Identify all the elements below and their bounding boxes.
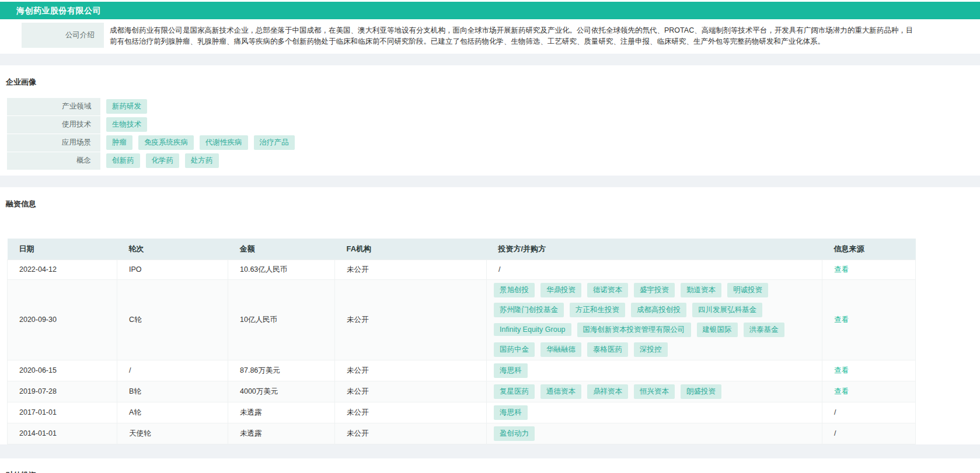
investor-tag[interactable]: 明诚投资 [727,283,768,297]
portrait-tag[interactable]: 化学药 [146,153,180,168]
round-cell: / [117,360,228,381]
investor-tag[interactable]: 苏州隆门创投基金 [494,303,564,317]
portrait-tag[interactable]: 免疫系统疾病 [138,135,194,150]
source-cell: 查看 [822,279,916,360]
column-header: 轮次 [117,239,228,260]
portrait-tag[interactable]: 肿瘤 [106,135,132,150]
date-cell: 2020-06-15 [8,360,117,381]
investor-tag[interactable]: 景旭创投 [494,283,535,297]
financing-row: 2020-06-15/87.86万美元未公开海思科查看 [8,360,916,381]
company-intro-section: 公司介绍 成都海创药业有限公司是国家高新技术企业，总部坐落于中国成都，在美国、澳… [0,23,980,48]
view-link[interactable]: 查看 [834,265,849,274]
portrait-tag[interactable]: 处方药 [185,153,219,168]
portrait-row: 产业领域新药研发 [7,98,980,115]
investors-cell: 海思科 [487,360,822,381]
date-cell: 2017-01-01 [8,402,117,423]
investors-cell: 海思科 [487,402,822,423]
portrait-tag[interactable]: 治疗产品 [254,135,295,150]
section-divider [0,444,980,458]
view-link[interactable]: 查看 [834,366,849,374]
investors-cell: 盈创动力 [487,423,822,444]
amount-cell: 10亿人民币 [228,279,335,360]
investors-cell: / [487,260,822,279]
source-cell: 查看 [822,260,916,279]
investor-tag[interactable]: 恒兴资本 [634,384,675,399]
portrait-tag[interactable]: 代谢性疾病 [200,135,248,150]
view-link[interactable]: 查看 [834,316,849,324]
financing-table-wrap: 日期轮次金额FA机构投资方/并购方信息来源 2022-04-12IPO10.63… [7,239,980,444]
investors-cell: 景旭创投华鼎投资德诺资本盛宇投资勤道资本明诚投资苏州隆门创投基金方正和生投资成都… [487,279,822,360]
fa-cell: 未公开 [335,260,487,279]
investor-tag[interactable]: 勤道资本 [681,283,721,297]
source-cell: / [822,423,916,444]
portrait-tag[interactable]: 创新药 [106,153,140,168]
portrait-row-label: 产业领域 [7,98,100,115]
investor-tag[interactable]: 盈创动力 [494,426,535,441]
portrait-row: 概念创新药化学药处方药 [7,152,980,170]
date-cell: 2014-01-01 [8,423,117,444]
investor-tag[interactable]: 德诺资本 [587,283,628,297]
investor-tag-list: 复星医药通德资本鼎祥资本恒兴资本朗盛投资 [494,384,815,399]
investor-tag[interactable]: 洪泰基金 [744,323,784,337]
investor-tag[interactable]: 方正和生投资 [570,303,625,317]
financing-row: 2014-01-01天使轮未透露未公开盈创动力/ [8,423,916,444]
investor-tag[interactable]: 国海创新资本投资管理有限公司 [577,323,691,337]
column-header: 日期 [8,239,117,260]
source-cell: 查看 [822,360,916,381]
portrait-row: 使用技术生物技术 [7,116,980,134]
investor-tag[interactable]: 国药中金 [494,342,535,357]
company-intro-label: 公司介绍 [22,23,104,48]
investor-tag[interactable]: 华融融德 [540,342,581,357]
investor-tag[interactable]: 成都高投创投 [631,303,686,317]
company-intro-row: 公司介绍 成都海创药业有限公司是国家高新技术企业，总部坐落于中国成都，在美国、澳… [22,23,980,48]
investor-tag[interactable]: 通德资本 [540,384,581,399]
company-name: 海创药业股份有限公司 [16,6,101,15]
portrait-tag-list: 创新药化学药处方药 [106,152,219,170]
investor-tag[interactable]: 盛宇投资 [634,283,675,297]
investor-tag[interactable]: 四川发展弘科基金 [692,303,762,317]
fa-cell: 未公开 [335,279,487,360]
investor-tag[interactable]: 深投控 [634,342,668,357]
portrait-row-label: 应用场景 [7,134,100,152]
portrait-row-label: 使用技术 [7,116,100,134]
investor-tag[interactable]: 建银国际 [697,323,738,337]
column-header: FA机构 [335,239,487,260]
financing-row: 2020-09-30C轮10亿人民币未公开景旭创投华鼎投资德诺资本盛宇投资勤道资… [8,279,916,360]
column-header: 投资方/并购方 [487,239,822,260]
source-cell: / [822,402,916,423]
financing-row: 2019-07-28B轮4000万美元未公开复星医药通德资本鼎祥资本恒兴资本朗盛… [8,381,916,402]
column-header: 金额 [228,239,335,260]
amount-cell: 10.63亿人民币 [228,260,335,279]
investor-tag[interactable]: 海思科 [494,405,528,420]
fa-cell: 未公开 [335,402,487,423]
investor-tag-list: 海思科 [494,405,815,420]
investor-tag[interactable]: 泰格医药 [587,342,628,357]
investor-tag[interactable]: 海思科 [494,363,528,378]
portrait-rows: 产业领域新药研发使用技术生物技术应用场景肿瘤免疫系统疾病代谢性疾病治疗产品概念创… [7,98,980,170]
investor-tag-list: 景旭创投华鼎投资德诺资本盛宇投资勤道资本明诚投资苏州隆门创投基金方正和生投资成都… [494,283,815,357]
source-cell: 查看 [822,381,916,402]
portrait-row-label: 概念 [7,152,100,170]
amount-cell: 未透露 [228,423,335,444]
financing-title: 融资信息 [6,199,980,209]
financing-table: 日期轮次金额FA机构投资方/并购方信息来源 2022-04-12IPO10.63… [7,239,916,444]
financing-row: 2022-04-12IPO10.63亿人民币未公开/查看 [8,260,916,279]
round-cell: A轮 [117,402,228,423]
investor-tag[interactable]: 鼎祥资本 [587,384,628,399]
financing-section: 融资信息 日期轮次金额FA机构投资方/并购方信息来源 2022-04-12IPO… [0,199,980,444]
investor-tag-list: 海思科 [494,363,815,378]
financing-table-header-row: 日期轮次金额FA机构投资方/并购方信息来源 [8,239,916,260]
investor-tag[interactable]: 华鼎投资 [540,283,581,297]
portrait-tag[interactable]: 生物技术 [106,117,147,132]
portrait-tag-list: 肿瘤免疫系统疾病代谢性疾病治疗产品 [106,134,295,152]
investors-cell: 复星医药通德资本鼎祥资本恒兴资本朗盛投资 [487,381,822,402]
portrait-tag[interactable]: 新药研发 [106,99,147,114]
investor-tag[interactable]: Infinity Equity Group [494,323,571,336]
fa-cell: 未公开 [335,381,487,402]
investor-tag[interactable]: 朗盛投资 [681,384,721,399]
investor-tag[interactable]: 复星医药 [494,384,535,399]
investor-tag-list: 盈创动力 [494,426,815,441]
view-link[interactable]: 查看 [834,387,849,395]
section-divider [0,54,980,65]
portrait-tag-list: 新药研发 [106,98,147,115]
